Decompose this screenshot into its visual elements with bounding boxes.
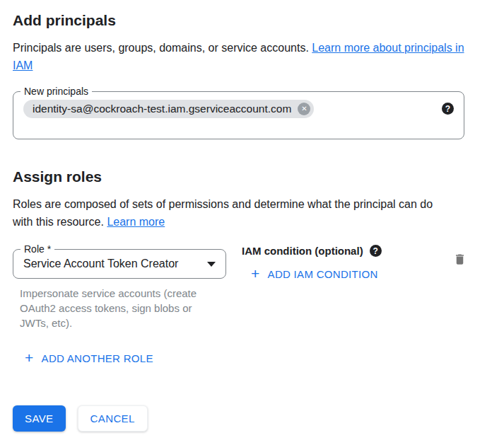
principals-description-text: Principals are users, groups, domains, o… xyxy=(13,42,312,54)
roles-description: Roles are composed of sets of permission… xyxy=(13,195,445,231)
add-another-role-button[interactable]: + ADD ANOTHER ROLE xyxy=(25,352,153,365)
role-select[interactable]: Role * Service Account Token Creator xyxy=(13,249,226,279)
principals-description: Principals are users, groups, domains, o… xyxy=(13,39,479,74)
add-iam-condition-label: ADD IAM CONDITION xyxy=(268,268,378,280)
role-column: Role * Service Account Token Creator Imp… xyxy=(13,249,226,330)
add-iam-condition-button[interactable]: + ADD IAM CONDITION xyxy=(251,267,378,281)
delete-role-button[interactable] xyxy=(453,252,467,269)
assign-roles-title: Assign roles xyxy=(13,168,504,185)
save-button[interactable]: SAVE xyxy=(13,405,66,432)
add-another-role-label: ADD ANOTHER ROLE xyxy=(42,352,153,364)
delete-role-column xyxy=(453,252,467,270)
plus-icon: + xyxy=(25,350,34,365)
new-principals-field[interactable]: New principals identity-sa@cockroach-tes… xyxy=(13,91,464,139)
plus-icon: + xyxy=(251,266,260,281)
cancel-button[interactable]: CANCEL xyxy=(78,405,148,432)
roles-description-text: Roles are composed of sets of permission… xyxy=(13,198,433,228)
learn-more-roles-link[interactable]: Learn more xyxy=(107,216,165,228)
iam-condition-column: IAM condition (optional) ? + ADD IAM CON… xyxy=(242,245,382,282)
principal-chip-label: identity-sa@cockroach-test.iam.gservicea… xyxy=(33,103,291,115)
page-title: Add principals xyxy=(13,11,504,29)
role-helper-text: Impersonate service accounts (create OAu… xyxy=(20,286,212,330)
iam-condition-label: IAM condition (optional) xyxy=(242,245,363,257)
iam-condition-help-icon[interactable]: ? xyxy=(370,245,382,257)
role-row: Role * Service Account Token Creator Imp… xyxy=(13,249,504,330)
principal-chip: identity-sa@cockroach-test.iam.gservicea… xyxy=(23,100,314,118)
new-principals-label: New principals xyxy=(20,86,92,98)
role-label: Role * xyxy=(20,243,54,255)
role-selected-value: Service Account Token Creator xyxy=(23,258,178,270)
dialog-actions: SAVE CANCEL xyxy=(13,405,504,432)
chevron-down-icon xyxy=(207,262,216,267)
chip-remove-button[interactable]: ✕ xyxy=(298,103,310,115)
trash-icon xyxy=(453,252,467,267)
new-principals-help-icon[interactable]: ? xyxy=(442,103,454,115)
close-icon: ✕ xyxy=(301,105,307,112)
